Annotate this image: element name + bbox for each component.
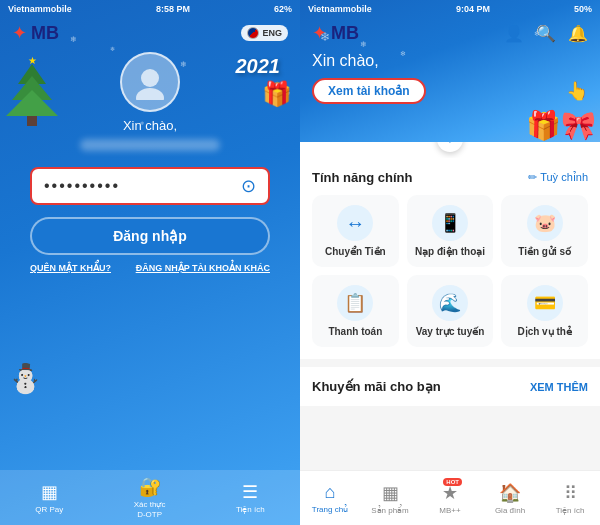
xem-them-button[interactable]: XEM THÊM (530, 381, 588, 393)
right-status-bar: Vietnammobile 9:04 PM 50% (300, 0, 600, 18)
feature-nap-dien-thoai[interactable]: 📱 Nạp điện thoại (407, 195, 494, 267)
tree-bot (6, 90, 58, 116)
snowman-decoration: ⛄ (8, 362, 43, 395)
right-time: 9:04 PM (456, 4, 490, 14)
nav-mb-plus[interactable]: ★ HOT MB++ (420, 482, 480, 515)
right-header-icons: 👤 🔍 🔔 (504, 24, 588, 43)
utility-icon: ☰ (242, 481, 258, 503)
hot-badge: HOT (443, 478, 462, 486)
snowflake-r1: ❄ (320, 30, 330, 44)
nav-san-pham[interactable]: ▦ Sản phẩm (360, 482, 420, 515)
mb-plus-label: MB++ (439, 506, 460, 515)
utility-label: Tiện ích (236, 505, 265, 514)
lang-label: ENG (262, 28, 282, 38)
tree-star: ★ (2, 55, 62, 66)
right-header-bg: ❄ ❄ ❄ ❄ 🎁🎀 Vietnammobile 9:04 PM 50% ✦ M… (300, 0, 600, 142)
nav-dotp[interactable]: 🔐 Xác thựcD-OTP (134, 476, 166, 519)
login-button[interactable]: Đăng nhập (30, 217, 270, 255)
tuy-chinh-button[interactable]: ✏ Tuỳ chỉnh (528, 171, 588, 184)
tien-gui-icon: 🐷 (534, 212, 556, 234)
dich-vu-the-icon: 💳 (534, 292, 556, 314)
nav-qr-pay[interactable]: ▦ QR Pay (35, 481, 63, 514)
left-battery: 62% (274, 4, 292, 14)
xin-chao-right: Xin chào, (300, 52, 600, 78)
snowflake-r4: ❄ (534, 30, 540, 38)
feature-tien-gui-so[interactable]: 🐷 Tiền gửi số (501, 195, 588, 267)
tien-ich-label: Tiện ích (556, 506, 585, 515)
gia-dinh-label: Gia đình (495, 506, 525, 515)
nav-utility[interactable]: ☰ Tiện ích (236, 481, 265, 514)
bell-icon[interactable]: 🔔 (568, 24, 588, 43)
dotp-icon: 🔐 (139, 476, 161, 498)
qr-pay-label: QR Pay (35, 505, 63, 514)
tuy-chinh-label: Tuỳ chỉnh (540, 171, 588, 184)
nap-dt-label: Nạp điện thoại (415, 246, 485, 257)
feature-thanh-toan[interactable]: 📋 Thanh toán (312, 275, 399, 347)
nap-dt-icon-circle: 📱 (432, 205, 468, 241)
nav-trang-chu[interactable]: ⌂ Trang chủ (300, 482, 360, 514)
forgot-password-link[interactable]: QUÊN MẬT KHẨU? (30, 263, 111, 273)
cursor-hand-icon: 👆 (566, 80, 588, 102)
vay-label: Vay trực tuyến (416, 326, 485, 337)
mb-logo-left: ✦ MB (12, 22, 59, 44)
gift-decoration: 🎁 (262, 80, 292, 108)
password-dots: •••••••••• (44, 177, 120, 195)
mb-star-left: ✦ (12, 22, 27, 44)
trang-chu-icon: ⌂ (325, 482, 336, 503)
gia-dinh-icon: 🏠 (499, 482, 521, 504)
thanh-toan-icon-circle: 📋 (337, 285, 373, 321)
left-header: ✦ MB ENG (0, 18, 300, 44)
vay-icon: 🌊 (439, 292, 461, 314)
vay-icon-circle: 🌊 (432, 285, 468, 321)
xem-tai-khoan-label: Xem tài khoản (328, 84, 410, 98)
mb-plus-icon: ★ (442, 483, 458, 503)
feature-dich-vu-the[interactable]: 💳 Dịch vụ thẻ (501, 275, 588, 347)
tien-gui-icon-circle: 🐷 (527, 205, 563, 241)
christmas-tree-decoration: ★ (2, 55, 62, 135)
year-decoration: 2021 (236, 55, 281, 78)
tinh-nang-header: Tính năng chính ✏ Tuỳ chỉnh (312, 170, 588, 185)
san-pham-icon: ▦ (382, 482, 399, 504)
login-button-label: Đăng nhập (113, 228, 187, 244)
avatar (120, 52, 180, 112)
account-bar: Xem tài khoản 👆 (300, 78, 600, 112)
xem-tai-khoan-button[interactable]: Xem tài khoản (312, 78, 426, 104)
lang-button[interactable]: ENG (241, 25, 288, 41)
tinh-nang-title: Tính năng chính (312, 170, 412, 185)
san-pham-label: Sản phẩm (371, 506, 409, 515)
person-icon[interactable]: 👤 (504, 24, 524, 43)
tien-gui-label: Tiền gửi số (518, 246, 571, 257)
avatar-icon (132, 64, 168, 100)
right-panel: ❄ ❄ ❄ ❄ 🎁🎀 Vietnammobile 9:04 PM 50% ✦ M… (300, 0, 600, 525)
nap-dt-icon: 📱 (439, 212, 461, 234)
chuyen-tien-icon-circle: ↔ (337, 205, 373, 241)
snowflake-r3: ❄ (400, 50, 406, 58)
feature-chuyen-tien[interactable]: ↔ Chuyển Tiền (312, 195, 399, 267)
chuyen-tien-label: Chuyển Tiền (325, 246, 386, 257)
xin-chao-left: Xin chào, (123, 118, 177, 133)
other-login-link[interactable]: ĐĂNG NHẬP TÀI KHOẢN KHÁC (136, 263, 270, 273)
left-time: 8:58 PM (156, 4, 190, 14)
tien-ich-icon: ⠿ (564, 482, 577, 504)
feature-vay-truc-tuyen[interactable]: 🌊 Vay trực tuyến (407, 275, 494, 347)
fingerprint-icon[interactable]: ⊙ (241, 175, 256, 197)
nav-tien-ich[interactable]: ⠿ Tiện ích (540, 482, 600, 515)
left-status-bar: Vietnammobile 8:58 PM 62% (0, 0, 300, 18)
left-carrier: Vietnammobile (8, 4, 72, 14)
snowflake-r2: ❄ (360, 40, 367, 49)
flag-icon (247, 27, 259, 39)
chuyen-tien-icon: ↔ (345, 212, 365, 235)
password-field[interactable]: •••••••••• ⊙ (30, 167, 270, 205)
tree-trunk (27, 116, 37, 126)
thanh-toan-label: Thanh toán (328, 326, 382, 337)
username-blurred (80, 139, 220, 151)
qr-pay-icon: ▦ (41, 481, 58, 503)
bottom-nav-left: ▦ QR Pay 🔐 Xác thựcD-OTP ☰ Tiện ích (0, 470, 300, 525)
right-battery: 50% (574, 4, 592, 14)
mb-text-right: MB (331, 23, 359, 44)
dotp-label: Xác thựcD-OTP (134, 500, 166, 519)
svg-point-1 (136, 88, 164, 100)
left-panel: ❄ ❄ ❄ ❄ ❄ ❄ Vietnammobile 8:58 PM 62% ✦ … (0, 0, 300, 525)
dich-vu-the-label: Dịch vụ thẻ (517, 326, 571, 337)
nav-gia-dinh[interactable]: 🏠 Gia đình (480, 482, 540, 515)
